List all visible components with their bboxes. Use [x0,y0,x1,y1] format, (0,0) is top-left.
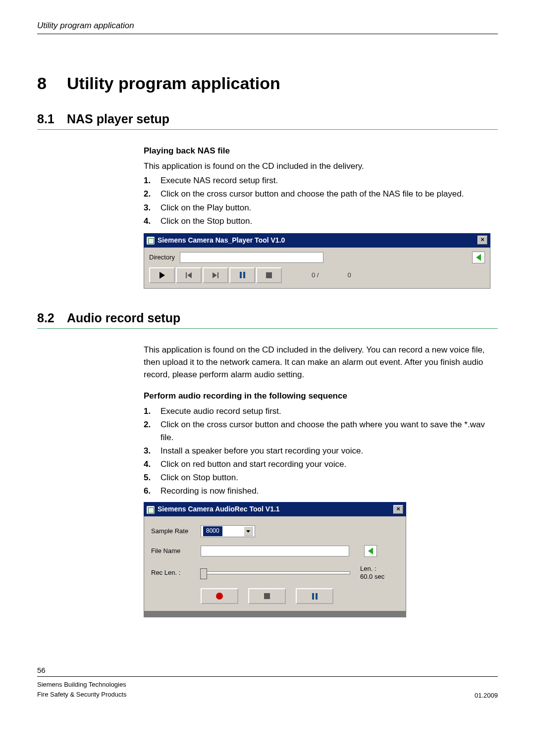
list-number: 1. [144,174,160,187]
list-item: Execute audio record setup first. [160,405,498,417]
pause-button[interactable] [296,588,333,604]
subheading: Perform audio recording in the following… [144,390,498,402]
list-item: Click on the cross cursor button and cho… [160,188,498,200]
resize-grip[interactable] [144,611,406,617]
play-icon [160,272,165,279]
file-name-input[interactable] [201,546,349,556]
list-item: Click on the cross cursor button and cho… [160,418,498,443]
prev-button[interactable] [176,267,202,283]
page-number: 56 [37,666,46,674]
length-readout: Len. :60.0 sec [360,565,384,580]
list-number: 6. [144,485,160,497]
list-number: 5. [144,471,160,484]
close-icon[interactable]: × [393,505,403,514]
arrow-left-icon [368,548,373,554]
browse-button[interactable] [472,252,485,263]
pause-button[interactable] [229,267,255,283]
directory-input[interactable] [180,252,323,263]
close-icon[interactable]: × [478,236,487,245]
audio-rec-window: Siemens Camera AudioRec Tool V1.1 × Samp… [144,502,406,617]
counter-total: 0 [347,270,351,280]
counter-current: 0 / [312,270,319,280]
chapter-title: Utility program application [67,74,280,93]
list-number: 4. [144,215,160,227]
slider-thumb[interactable] [200,568,207,579]
section-heading-1: 8.1NAS player setup [37,112,498,130]
chevron-down-icon [244,526,253,536]
chapter-heading: 8Utility program application [37,74,498,93]
list-item: Click on Stop button. [160,471,498,484]
pause-icon [312,593,318,600]
next-button[interactable] [203,267,228,283]
rec-len-slider[interactable] [201,571,350,574]
play-button[interactable] [149,267,175,283]
next-icon [213,272,218,278]
list-item: Click on red button and start recording … [160,458,498,470]
section-title-text: NAS player setup [67,112,169,126]
list-item: Recording is now finished. [160,485,498,497]
file-name-label: File Name [151,546,201,555]
list-number: 2. [144,418,160,443]
stop-button[interactable] [256,267,282,283]
stop-icon [266,272,272,278]
body-text: This application is found on the CD incl… [144,344,498,381]
app-icon [147,237,155,245]
stop-button[interactable] [248,588,286,604]
footer-line-1: Siemens Building Technologies [37,680,127,690]
page-footer: Siemens Building Technologies Fire Safet… [37,676,498,699]
section-number: 8.1 [37,112,67,126]
sample-rate-label: Sample Rate [151,526,201,536]
window-titlebar: Siemens Camera AudioRec Tool V1.1 × [144,502,406,516]
section-heading-2: 8.2Audio record setup [37,311,498,329]
list-item: Install a speaker before you start recor… [160,445,498,457]
list-item: Execute NAS record setup first. [160,174,498,187]
list-number: 4. [144,458,160,470]
footer-date: 01.2009 [475,692,498,699]
window-title: Siemens Camera AudioRec Tool V1.1 [158,505,280,513]
subheading: Playing back NAS file [144,145,498,157]
chapter-number: 8 [37,74,67,93]
sample-rate-select[interactable]: 8000 [201,525,255,537]
list-number: 2. [144,188,160,200]
pause-icon [240,272,245,278]
window-title: Siemens Camera Nas_Player Tool V1.0 [158,236,285,244]
list-number: 1. [144,405,160,417]
footer-line-2: Fire Safety & Security Products [37,690,127,700]
window-titlebar: Siemens Camera Nas_Player Tool V1.0 × [144,233,490,248]
record-button[interactable] [201,588,238,604]
directory-label: Directory [149,252,175,262]
section-number: 8.2 [37,311,67,325]
rec-len-label: Rec Len. : [151,568,201,577]
browse-button[interactable] [364,545,377,557]
list-item: Click on the Play button. [160,202,498,214]
nas-player-window: Siemens Camera Nas_Player Tool V1.0 × Di… [144,233,490,289]
list-item: Click on the Stop button. [160,215,498,227]
sample-rate-value: 8000 [203,526,222,536]
arrow-left-icon [476,254,481,261]
section-title-text: Audio record setup [67,311,180,325]
prev-icon [186,272,192,278]
list-number: 3. [144,445,160,457]
list-number: 3. [144,202,160,214]
record-icon [216,593,223,600]
app-icon [147,506,155,514]
body-text: This application is found on the CD incl… [144,160,498,172]
running-header: Utility program application [37,21,498,34]
stop-icon [264,593,270,599]
